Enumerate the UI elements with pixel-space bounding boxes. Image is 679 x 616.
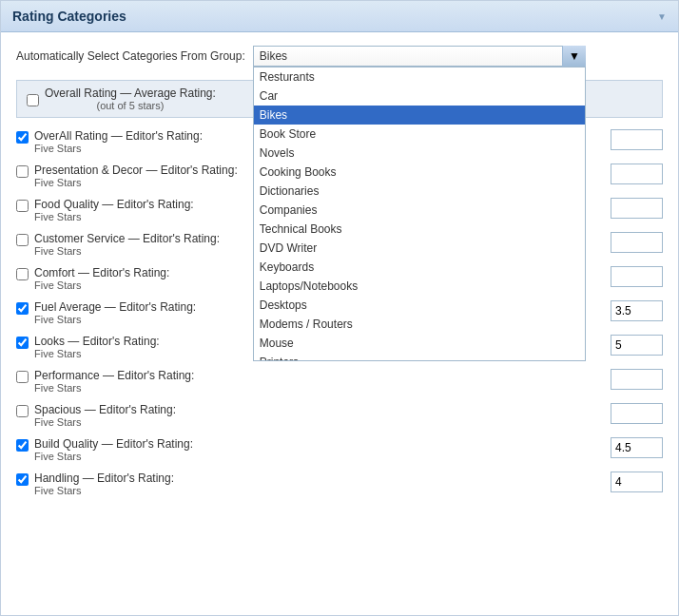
category-checkbox-cat1[interactable]	[16, 131, 29, 144]
group-select-container: Bikes ▼ ResturantsCarBikesBook StoreNove…	[253, 46, 586, 67]
category-rating-input-cat8[interactable]	[611, 369, 663, 390]
dropdown-item[interactable]: Laptops/Notebooks	[254, 277, 585, 296]
category-label-cat2: Presentation & Decor — Editor's Rating:F…	[34, 164, 238, 188]
category-rating-input-cat9[interactable]	[611, 403, 663, 424]
category-checkbox-cat3[interactable]	[16, 200, 29, 212]
rating-categories-panel: Rating Categories ▼ Automatically Select…	[0, 0, 679, 616]
category-checkbox-cat5[interactable]	[16, 268, 29, 280]
category-rating-input-cat2[interactable]	[611, 164, 663, 184]
group-selector-label: Automatically Select Categories From Gro…	[16, 49, 245, 63]
category-rating-input-cat7[interactable]	[611, 335, 663, 356]
category-label-cat8: Performance — Editor's Rating:Five Stars	[34, 369, 194, 394]
category-checkbox-cat7[interactable]	[16, 337, 29, 349]
category-main-label: Comfort — Editor's Rating:	[34, 266, 169, 279]
overall-rating-checkbox[interactable]	[27, 94, 39, 106]
category-label-cat11: Handling — Editor's Rating:Five Stars	[34, 472, 174, 496]
category-rating-input-cat10[interactable]	[611, 437, 663, 458]
group-selector-row: Automatically Select Categories From Gro…	[16, 46, 663, 67]
category-rating-input-cat6[interactable]	[611, 300, 663, 321]
category-main-label: Fuel Average — Editor's Rating:	[34, 300, 196, 314]
rating-row: Handling — Editor's Rating:Five Stars	[16, 472, 663, 496]
category-checkbox-cat9[interactable]	[16, 405, 29, 417]
category-rating-input-cat5[interactable]	[611, 266, 663, 287]
rating-row: Spacious — Editor's Rating:Five Stars	[16, 403, 663, 428]
overall-rating-sub: (out of 5 stars)	[45, 100, 216, 111]
category-rating-input-cat3[interactable]	[611, 198, 663, 219]
panel-collapse-icon[interactable]: ▼	[657, 11, 667, 22]
category-main-label: Performance — Editor's Rating:	[34, 369, 194, 382]
group-select-arrow-btn[interactable]: ▼	[562, 46, 586, 67]
dropdown-item[interactable]: Keyboards	[254, 258, 585, 277]
category-checkbox-cat2[interactable]	[16, 165, 29, 178]
category-checkbox-cat4[interactable]	[16, 234, 29, 246]
category-main-label: Presentation & Decor — Editor's Rating:	[34, 164, 238, 177]
category-checkbox-cat10[interactable]	[16, 439, 29, 452]
dropdown-item[interactable]: Modems / Routers	[254, 315, 585, 334]
category-rating-input-cat11[interactable]	[611, 472, 663, 492]
group-select-display[interactable]: Bikes	[253, 46, 586, 67]
category-rating-input-cat1[interactable]	[611, 129, 663, 150]
category-main-label: Build Quality — Editor's Rating:	[34, 437, 193, 451]
category-main-label: Handling — Editor's Rating:	[34, 472, 174, 485]
panel-header: Rating Categories ▼	[1, 1, 678, 32]
category-sub-label: Five Stars	[34, 143, 203, 154]
dropdown-item[interactable]: Bikes	[254, 106, 585, 125]
category-sub-label: Five Stars	[34, 177, 238, 188]
rating-row: Performance — Editor's Rating:Five Stars	[16, 369, 663, 394]
group-dropdown-list[interactable]: ResturantsCarBikesBook StoreNovelsCookin…	[253, 67, 586, 361]
category-checkbox-cat11[interactable]	[16, 473, 29, 486]
panel-body: Automatically Select Categories From Gro…	[1, 32, 678, 519]
category-main-label: Spacious — Editor's Rating:	[34, 403, 176, 416]
dropdown-item[interactable]: Mouse	[254, 334, 585, 353]
category-label-cat3: Food Quality — Editor's Rating:Five Star…	[34, 198, 194, 222]
dropdown-item[interactable]: DVD Writer	[254, 239, 585, 258]
dropdown-item[interactable]: Novels	[254, 144, 585, 163]
category-label-cat9: Spacious — Editor's Rating:Five Stars	[34, 403, 176, 428]
dropdown-item[interactable]: Car	[254, 87, 585, 106]
panel-title: Rating Categories	[12, 9, 126, 24]
category-sub-label: Five Stars	[34, 416, 176, 428]
category-rating-input-cat4[interactable]	[611, 232, 663, 253]
group-select-value: Bikes	[260, 49, 287, 63]
category-sub-label: Five Stars	[34, 314, 196, 325]
category-sub-label: Five Stars	[34, 245, 220, 257]
category-label-cat7: Looks — Editor's Rating:Five Stars	[34, 335, 160, 359]
category-checkbox-cat8[interactable]	[16, 371, 29, 383]
category-main-label: OverAll Rating — Editor's Rating:	[34, 129, 203, 143]
category-sub-label: Five Stars	[34, 485, 174, 496]
category-label-cat10: Build Quality — Editor's Rating:Five Sta…	[34, 437, 193, 462]
dropdown-item[interactable]: Companies	[254, 201, 585, 220]
dropdown-item[interactable]: Resturants	[254, 67, 585, 87]
category-label-cat1: OverAll Rating — Editor's Rating:Five St…	[34, 129, 203, 154]
rating-row: Build Quality — Editor's Rating:Five Sta…	[16, 437, 663, 462]
overall-rating-label: Overall Rating — Average Rating:	[45, 87, 216, 100]
dropdown-item[interactable]: Book Store	[254, 125, 585, 144]
category-sub-label: Five Stars	[34, 279, 169, 291]
category-label-cat4: Customer Service — Editor's Rating:Five …	[34, 232, 220, 257]
dropdown-arrow-icon: ▼	[569, 49, 580, 63]
dropdown-item[interactable]: Desktops	[254, 296, 585, 315]
category-sub-label: Five Stars	[34, 451, 193, 462]
category-label-cat6: Fuel Average — Editor's Rating:Five Star…	[34, 300, 196, 325]
category-main-label: Food Quality — Editor's Rating:	[34, 198, 194, 211]
category-label-cat5: Comfort — Editor's Rating:Five Stars	[34, 266, 169, 291]
category-main-label: Looks — Editor's Rating:	[34, 335, 160, 348]
category-checkbox-cat6[interactable]	[16, 302, 29, 315]
category-sub-label: Five Stars	[34, 382, 194, 394]
dropdown-item[interactable]: Technical Books	[254, 220, 585, 239]
dropdown-item[interactable]: Cooking Books	[254, 163, 585, 182]
dropdown-item[interactable]: Printers	[254, 353, 585, 361]
dropdown-item[interactable]: Dictionaries	[254, 182, 585, 201]
category-main-label: Customer Service — Editor's Rating:	[34, 232, 220, 245]
category-sub-label: Five Stars	[34, 211, 194, 222]
category-sub-label: Five Stars	[34, 348, 160, 359]
